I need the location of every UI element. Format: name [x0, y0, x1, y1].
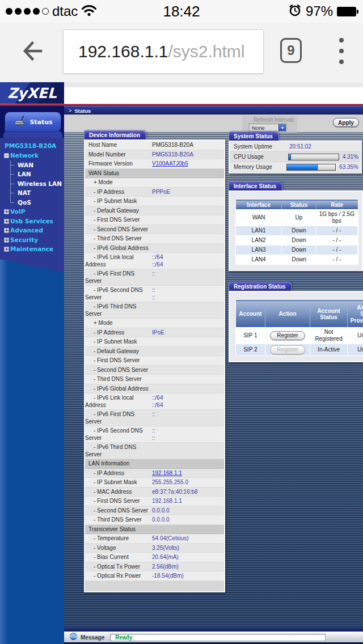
sidebar-menu-item[interactable]: QoS	[3, 198, 64, 207]
device-info-value	[152, 375, 224, 384]
interface-rate: - / -	[316, 226, 358, 235]
device-info-label: - First DNS Server	[85, 497, 152, 506]
menu-tree: PMG5318-B20A -NetworkWANLANWireless LANN…	[0, 138, 64, 273]
sidebar-item-label: NAT	[18, 189, 31, 196]
device-info-row: - Voltage 3.25(Volts)	[85, 544, 224, 553]
cpu-usage-value: 4.31%	[343, 154, 358, 160]
device-info-label: - IP Address	[85, 469, 152, 478]
device-info-row: - IPv6 Second DNS Server :: ::	[85, 426, 224, 443]
interface-name: LAN3	[236, 245, 282, 255]
footer-divider	[64, 626, 363, 632]
device-info-row: - IPv6 Link local Address ::/64 ::/64	[85, 393, 224, 410]
sidebar-item-label: Usb Services	[10, 218, 53, 224]
device-info-value: 54.04(Celsius)	[152, 534, 224, 543]
sidebar-menu-item[interactable]: +Maintenance	[3, 244, 64, 254]
device-info-row: - IP Address 192.168.1.1	[85, 469, 224, 478]
device-info-value: 3.25(Volts)	[152, 544, 224, 553]
cpu-usage-row: CPU Usage 4.31%	[230, 152, 361, 162]
tree-expander-icon[interactable]: +	[4, 209, 9, 214]
device-info-label: - IP Address	[85, 188, 152, 197]
device-info-label: WAN Status	[85, 169, 223, 178]
device-info-value	[152, 337, 224, 346]
device-info-label: - First DNS Server	[85, 215, 152, 224]
address-bar[interactable]: 192.168.1.1/sys2.html	[63, 29, 264, 74]
sidebar-menu-item[interactable]: WAN	[3, 160, 64, 170]
device-info-row: - IPv6 Global Address	[85, 244, 224, 253]
tab-switcher-button[interactable]: 9	[280, 38, 302, 63]
device-info-label: - IPv6 Second DNS Server	[85, 286, 152, 302]
device-info-value	[223, 169, 224, 178]
device-info-label: - Bias Current	[85, 553, 152, 562]
interface-name: LAN2	[236, 236, 282, 245]
register-button[interactable]: Register	[270, 331, 305, 340]
globe-icon	[70, 632, 77, 642]
sidebar-menu-item[interactable]: Wireless LAN	[3, 179, 64, 189]
registration-table-row: SIP 1 Register Not Registered Undefined …	[236, 327, 363, 344]
sip-provider-name: Undefined	[348, 344, 363, 355]
sidebar-item-label: LAN	[18, 171, 31, 177]
interface-state: Down	[282, 245, 316, 255]
interface-name: LAN4	[236, 255, 282, 264]
alarm-icon	[288, 3, 302, 19]
register-button[interactable]: Register	[270, 345, 305, 354]
device-info-label: Model Number	[85, 150, 152, 159]
sidebar-menu-item[interactable]: -Network	[3, 151, 64, 160]
browser-menu-button[interactable]	[337, 38, 345, 64]
apply-button[interactable]: Apply	[333, 118, 359, 127]
device-info-label: - IPv6 Third DNS Server	[85, 443, 152, 459]
sidebar-item-label: VoIP	[10, 208, 25, 215]
device-info-value: 192.168.1.1	[152, 497, 224, 506]
device-info-label: + Mode	[85, 319, 152, 328]
zyxel-logo: ZyXEL	[0, 82, 64, 104]
sidebar-menu-item[interactable]: +VoIP	[3, 207, 64, 217]
device-info-label: Transceiver Status	[85, 525, 223, 534]
sip-account-status: In-Active	[310, 344, 348, 355]
battery-percent-label: 97%	[306, 3, 333, 19]
device-info-row: Firmware Version V100AATJ0b5	[85, 159, 224, 169]
device-info-label: Firmware Version	[85, 159, 152, 168]
device-info-value	[152, 356, 224, 365]
router-web-page: ZyXEL	[0, 82, 363, 644]
device-info-row: - IPv6 Second DNS Server :: ::	[85, 286, 224, 302]
tree-expander-icon[interactable]: +	[4, 238, 9, 243]
sidebar-menu-item[interactable]: LAN	[3, 170, 64, 179]
device-info-value: PMG5318-B20A	[152, 141, 224, 150]
device-info-value	[152, 225, 224, 234]
device-info-label: - IPv6 Link local Address	[85, 253, 152, 269]
sidebar-status-button[interactable]: Status	[5, 112, 61, 132]
device-info-label: - IPv6 Global Address	[85, 384, 152, 393]
interface-name: LAN1	[236, 226, 282, 235]
tree-expander-icon[interactable]: +	[4, 228, 9, 233]
browser-toolbar: 192.168.1.1/sys2.html 9	[0, 23, 363, 82]
back-button[interactable]	[20, 39, 44, 66]
device-info-value	[152, 581, 224, 591]
registration-table-row: SIP 2 Register In-Active Undefined Chang…	[236, 344, 363, 355]
tree-expander-icon[interactable]: +	[4, 247, 9, 252]
device-info-row: - MAC Address e8:37:7a:40:16:b8	[85, 488, 224, 497]
sidebar-menu-item[interactable]: +Advanced	[3, 226, 64, 235]
device-info-row: - IP Subnet Mask	[85, 337, 224, 347]
interface-status-panel: Interface Status Interface Status Rate W…	[229, 180, 363, 271]
tree-expander-icon[interactable]: -	[4, 153, 9, 158]
device-info-row: - Temperature 54.04(Celsius)	[85, 534, 224, 544]
message-status-text: Ready	[115, 634, 132, 641]
device-info-label: - IPv6 Global Address	[85, 244, 152, 253]
tree-expander-icon[interactable]: +	[4, 219, 9, 224]
sidebar-menu-item[interactable]: NAT	[3, 188, 64, 198]
device-info-row: - Default Gateway	[85, 206, 224, 216]
system-status-panel: System Status System Uptime 20:51:02 CPU…	[229, 130, 362, 173]
device-info-label: - IP Subnet Mask	[85, 337, 152, 346]
device-info-row: - Default Gateway	[85, 347, 224, 357]
device-info-row: - IP Address IPoE	[85, 328, 224, 338]
sidebar-menu-item[interactable]: +Security	[3, 235, 64, 245]
cpu-usage-bar	[288, 154, 339, 160]
sidebar-menu-item[interactable]: +Usb Services	[3, 217, 64, 226]
system-uptime-row: System Uptime 20:51:02	[230, 142, 361, 152]
device-info-value: ::/64 ::/64	[152, 393, 224, 409]
sidebar-item-label: QoS	[18, 199, 31, 206]
memory-usage-bar	[286, 164, 336, 171]
device-info-row: - Second DNS Server	[85, 366, 224, 375]
interface-rate: - / -	[316, 255, 358, 264]
interface-name: WAN	[236, 210, 282, 226]
sidebar-item-label: Network	[10, 152, 39, 159]
